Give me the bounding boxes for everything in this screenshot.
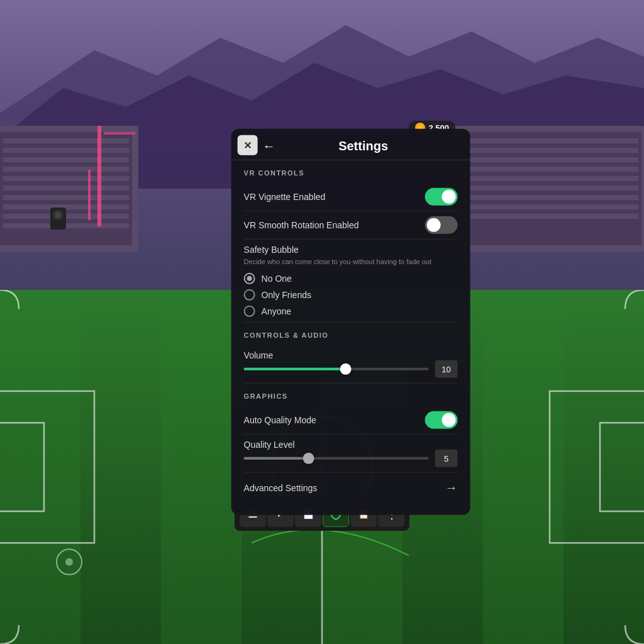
radio-circle-only-friends [244,289,255,301]
svg-rect-8 [3,167,129,172]
vr-vignette-row: VR Vignette Enabled [244,183,458,211]
svg-point-31 [55,213,60,218]
svg-rect-26 [97,126,101,226]
safety-bubble-desc: Decide who can come close to you without… [244,257,458,267]
volume-slider-track[interactable] [244,368,429,370]
settings-title: Settings [282,139,445,153]
close-button[interactable]: ✕ [238,135,258,155]
quality-level-slider-track[interactable] [244,457,429,460]
radio-label-anyone: Anyone [262,306,291,316]
auto-quality-mode-thumb [442,413,456,427]
safety-bubble-section: Safety Bubble Decide who can come close … [244,240,458,323]
radio-circle-no-one [244,273,255,284]
quality-level-slider-fill [244,457,309,460]
svg-rect-17 [450,138,638,143]
volume-label: Volume [244,350,458,360]
svg-rect-9 [3,176,129,181]
radio-only-friends[interactable]: Only Friends [244,289,458,301]
radio-anyone[interactable]: Anyone [244,306,458,317]
vr-smooth-rotation-toggle[interactable] [425,216,458,234]
vr-smooth-rotation-track [425,216,458,234]
auto-quality-mode-row: Auto Quality Mode [244,406,458,435]
vr-smooth-rotation-row: VR Smooth Rotation Enabled [244,211,458,240]
svg-rect-11 [3,195,129,200]
svg-rect-5 [3,138,129,143]
svg-rect-20 [450,167,638,172]
quality-level-slider-thumb[interactable] [303,453,314,464]
advanced-settings-row[interactable]: Advanced Settings → [244,473,458,502]
svg-rect-21 [450,176,638,181]
vr-vignette-toggle[interactable] [425,188,458,206]
quality-level-value: 5 [435,450,458,467]
svg-rect-19 [450,157,638,162]
svg-point-45 [65,558,73,565]
volume-value: 10 [435,360,458,378]
svg-rect-7 [3,157,129,162]
back-button[interactable]: ← [263,139,275,153]
safety-bubble-title: Safety Bubble [244,245,458,255]
graphics-section-label: GRAPHICS [244,392,458,400]
settings-body: VR CONTROLS VR Vignette Enabled VR Smoot… [231,169,470,515]
safety-bubble-radio-group: No One Only Friends Anyone [244,273,458,317]
auto-quality-mode-toggle[interactable] [425,411,458,429]
svg-rect-18 [450,148,638,153]
svg-rect-34 [161,290,242,644]
radio-circle-anyone [244,306,255,317]
close-button-wrapper: ✕ [238,135,258,155]
svg-rect-23 [450,195,638,200]
svg-rect-27 [104,132,135,135]
svg-rect-33 [0,290,80,644]
quality-level-row: Quality Level 5 [244,435,458,473]
volume-slider-fill [244,368,346,370]
vr-smooth-rotation-thumb [427,218,441,232]
vr-controls-section-label: VR CONTROLS [244,169,458,177]
settings-header: ← Settings [231,129,470,160]
svg-rect-25 [450,214,638,219]
advanced-settings-label: Advanced Settings [244,483,318,493]
settings-panel: ✕ ← Settings VR CONTROLS VR Vignette Ena… [231,129,470,515]
vr-smooth-rotation-label: VR Smooth Rotation Enabled [244,220,359,230]
radio-label-only-friends: Only Friends [262,290,311,300]
vr-vignette-label: VR Vignette Enabled [244,192,326,202]
vr-vignette-track [425,188,458,206]
svg-rect-36 [483,290,564,644]
advanced-settings-arrow: → [445,480,458,495]
radio-no-one[interactable]: No One [244,273,458,284]
radio-label-no-one: No One [262,274,292,284]
volume-row: Volume 10 [244,345,458,384]
auto-quality-mode-label: Auto Quality Mode [244,415,316,425]
volume-slider-container: 10 [244,360,458,378]
quality-level-label: Quality Level [244,440,458,450]
svg-rect-6 [3,148,129,153]
vr-vignette-thumb [442,190,456,204]
svg-rect-12 [3,204,129,209]
controls-audio-section-label: CONTROLS & AUDIO [244,331,458,339]
svg-rect-22 [450,186,638,191]
svg-rect-28 [88,170,91,220]
volume-slider-thumb[interactable] [340,364,351,375]
auto-quality-mode-track [425,411,458,429]
svg-rect-10 [3,186,129,191]
quality-level-slider-container: 5 [244,450,458,467]
svg-rect-24 [450,204,638,209]
